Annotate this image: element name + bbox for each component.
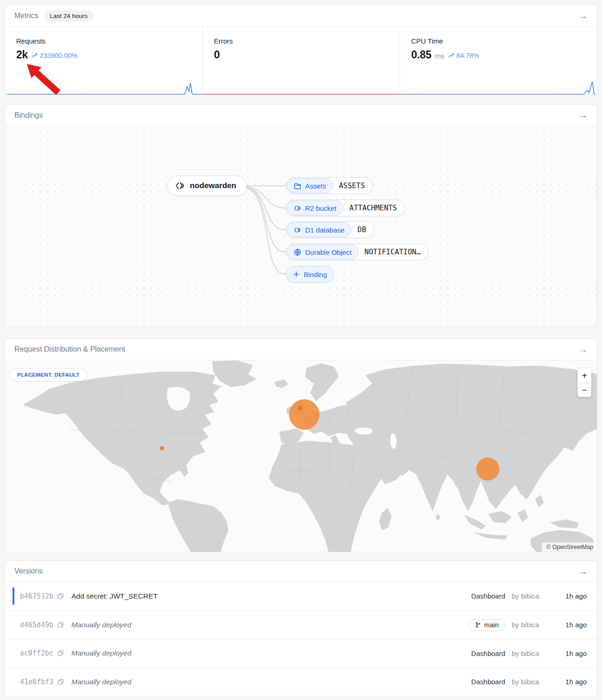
metric-trend-value: 84.78% [457,52,479,59]
versions-header: Versions → [5,561,597,582]
active-version-indicator [13,587,14,605]
copy-icon [57,622,64,628]
code-icon [294,204,301,212]
version-source: Dashboard [471,592,505,600]
add-binding-button[interactable]: Binding [286,266,334,283]
metric-label: Errors [214,37,389,45]
copy-button[interactable] [57,622,64,628]
copy-icon [57,679,64,685]
bindings-link-arrow-icon[interactable]: → [579,111,588,120]
binding-name: DB [351,226,373,234]
version-author: by bibica [512,621,544,629]
metric-label: Requests [16,37,191,45]
copy-icon [57,650,64,656]
binding-type-pill[interactable]: D1 database [287,222,351,237]
metric-trend: 233900.00% [31,52,77,59]
binding-name: ASSETS [333,182,372,190]
metrics-section: Metrics Last 24 hours → Requests 2k 2339… [5,5,597,95]
binding-row-assets[interactable]: Assets ASSETS [286,177,373,194]
version-message: Manually deployed [71,621,131,629]
request-distribution-section: Request Distribution & Placement → [5,338,597,552]
metrics-header: Metrics Last 24 hours → [5,5,597,27]
map-title: Request Distribution & Placement [14,345,125,353]
map-marker [298,406,302,410]
binding-row-d1-database[interactable]: D1 database DB [286,221,374,238]
binding-type-pill[interactable]: Durable Object [287,245,358,259]
metric-value: 0.85 [411,49,432,61]
version-author: by bibica [512,592,544,600]
version-message: Manually deployed [71,678,131,686]
binding-row-durable-object[interactable]: Durable Object NOTIFICATION… [286,244,428,260]
metric-card-requests[interactable]: Requests 2k 233900.00% [5,27,202,95]
version-time: 1h ago [561,678,587,686]
folder-icon [294,182,301,190]
metric-card-cpu-time[interactable]: CPU Time 0.85 ms 84.78% [400,27,597,95]
versions-title: Versions [14,567,43,575]
plus-icon [293,271,300,278]
version-row[interactable]: b467512b Add secret: JWT_SECRET Dashboar… [5,582,597,611]
version-row[interactable]: 41e6fbf3 Manually deployed Dashboard by … [5,668,597,696]
version-indicator [13,644,14,662]
add-binding-label: Binding [304,271,327,278]
binding-type-label: R2 bucket [305,204,337,212]
binding-type-pill[interactable]: R2 bucket [287,201,344,215]
version-source: Dashboard [471,678,505,686]
binding-name: NOTIFICATION… [358,248,427,256]
binding-type-label: D1 database [305,226,345,234]
map-link-arrow-icon[interactable]: → [579,345,588,354]
bindings-canvas: nodewarden Assets ASSETS R2 bucket ATTAC… [5,126,597,328]
copy-icon [57,593,64,599]
zoom-in-button[interactable]: + [577,368,591,383]
trending-up-icon [448,53,454,58]
bindings-title: Bindings [14,111,43,120]
trending-up-icon [31,53,38,58]
version-author: by bibica [512,678,544,686]
map-attribution: © OpenStreetMap [542,542,597,552]
map-marker [476,457,499,480]
world-map[interactable]: PLACEMENT: DEFAULT + − © OpenStreetMap [5,360,597,552]
map-marker [160,446,164,450]
binding-name: ATTACHMENTS [344,204,404,212]
copy-button[interactable] [57,679,64,685]
worker-name: nodewarden [190,181,236,190]
version-row[interactable]: d465d49b Manually deployed main by bibic… [5,611,597,639]
map-header: Request Distribution & Placement → [5,339,597,360]
cpu-sparkline [400,80,597,95]
version-hash: b467512b [20,592,53,600]
code-icon [294,226,301,234]
errors-sparkline [203,80,400,95]
version-indicator [13,616,14,634]
version-hash: ac0ff2bc [20,649,53,657]
versions-link-arrow-icon[interactable]: → [579,567,588,576]
add-binding-row: Binding [286,266,334,283]
version-time: 1h ago [561,621,587,629]
binding-type-pill[interactable]: Assets [287,178,333,193]
metric-card-errors[interactable]: Errors 0 [202,27,400,95]
requests-sparkline [5,80,202,95]
git-branch-icon [475,622,481,628]
version-message: Add secret: JWT_SECRET [71,592,157,600]
metrics-body: Requests 2k 233900.00% Errors [5,27,597,95]
metric-value: 2k [16,49,28,61]
version-row[interactable]: ac0ff2bc Manually deployed Dashboard by … [5,639,597,668]
globe-icon [294,248,301,256]
zoom-out-button[interactable]: − [577,383,591,397]
branch-badge[interactable]: main [469,619,505,631]
copy-button[interactable] [57,650,64,656]
version-hash: d465d49b [20,621,53,629]
versions-section: Versions → b467512b Add secret: JWT_SECR… [5,561,597,696]
binding-type-label: Assets [305,182,326,190]
metrics-link-arrow-icon[interactable]: → [579,12,588,20]
metric-unit: ms [435,52,445,60]
metrics-title: Metrics [14,12,38,20]
version-time: 1h ago [561,592,587,600]
binding-type-label: Durable Object [305,248,351,256]
version-author: by bibica [512,650,544,657]
map-marker [289,399,320,430]
version-source: Dashboard [471,650,505,657]
world-map-svg [5,360,597,552]
copy-button[interactable] [57,593,64,599]
worker-node[interactable]: nodewarden [167,176,247,196]
binding-row-r2-bucket[interactable]: R2 bucket ATTACHMENTS [286,200,405,216]
version-message: Manually deployed [71,649,131,657]
